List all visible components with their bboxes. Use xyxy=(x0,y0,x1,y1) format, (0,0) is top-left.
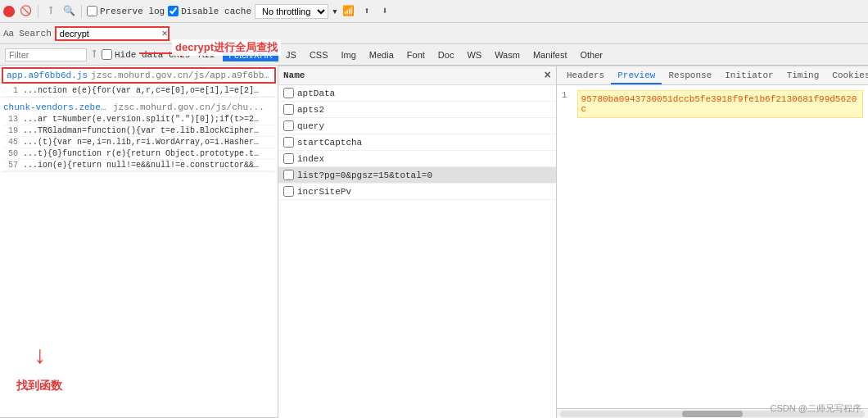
line-num-2-1: 13 xyxy=(3,115,18,124)
type-tab-other[interactable]: Other xyxy=(574,48,608,61)
file-name-2: chunk-vendors.zebedeu0.js xyxy=(3,102,110,112)
req-checkbox-incrsitepv[interactable] xyxy=(283,186,294,197)
type-tab-img[interactable]: Img xyxy=(336,48,362,61)
file-entry-2: chunk-vendors.zebedeu0.js jzsc.mohurd.go… xyxy=(0,101,278,172)
type-tabs: Fetch/XHR JS CSS Img Media Font Doc WS W… xyxy=(223,48,608,61)
req-name-incrsitepv: incrSitePv xyxy=(297,187,551,197)
throttle-select[interactable]: No throttling xyxy=(255,4,328,19)
request-item-list[interactable]: list?pg=0&pgsz=15&total=0 xyxy=(278,167,556,184)
timeline-ruler: 10000 ms 20000 ms 30000 ms 40000 ms 5000… xyxy=(278,66,868,66)
requests-list: Name × aptData apts2 query startC xyxy=(278,66,557,418)
request-item-query[interactable]: query xyxy=(278,118,556,134)
type-tab-js[interactable]: JS xyxy=(280,48,302,61)
type-tab-media[interactable]: Media xyxy=(364,48,400,61)
req-checkbox-index[interactable] xyxy=(283,153,294,164)
req-name-list: list?pg=0&pgsz=15&total=0 xyxy=(297,170,551,180)
type-tab-fetchxhr[interactable]: Fetch/XHR xyxy=(223,48,278,61)
req-checkbox-aptdata[interactable] xyxy=(283,88,294,98)
tab-timing[interactable]: Timing xyxy=(780,68,826,84)
code-line-2-3[interactable]: 45 ...(t){var n=e,i=n.lib,r=i.WordArray,… xyxy=(3,137,274,148)
devtools-toolbar: 🚫 ⊺ 🔍 Preserve log Disable cache No thro… xyxy=(0,0,868,23)
response-value: 95780ba0943730051dccb5fe3918f9fe1b6f2130… xyxy=(577,90,863,118)
font-size-label: Aa xyxy=(3,29,14,39)
type-tab-css[interactable]: CSS xyxy=(304,48,334,61)
line-code-2-1: ...ar t=Number(e.version.split(".")[0]);… xyxy=(23,115,260,124)
filter-funnel-icon[interactable]: ⊺ xyxy=(92,48,97,61)
requests-header-label: Name xyxy=(283,70,305,80)
code-lines-2: 13 ...ar t=Number(e.version.split(".")[0… xyxy=(0,114,278,171)
file-entry-1: app.a9f6bb6d.js jzsc.mohurd.gov.cn/js/ap… xyxy=(0,66,278,98)
type-tab-doc[interactable]: Doc xyxy=(432,48,460,61)
request-item-aptdata[interactable]: aptData xyxy=(278,85,556,102)
request-item-incrsitepv[interactable]: incrSitePv xyxy=(278,184,556,200)
filter-bar: ⊺ Hide data URLs All Fetch/XHR JS CSS Im… xyxy=(0,44,868,66)
filter-input[interactable] xyxy=(5,48,87,61)
request-item-index[interactable]: index xyxy=(278,151,556,167)
code-line-2-1[interactable]: 13 ...ar t=Number(e.version.split(".")[0… xyxy=(3,114,274,125)
divider1 xyxy=(38,5,38,18)
tab-preview[interactable]: Preview xyxy=(611,68,662,84)
req-checkbox-apts2[interactable] xyxy=(283,104,294,115)
type-tab-font[interactable]: Font xyxy=(401,48,431,61)
search-input[interactable] xyxy=(55,26,170,41)
line-code-2-5: ...ion(e){return null!=e&&null!=e.constr… xyxy=(23,161,260,170)
search-clear-icon[interactable]: ✕ xyxy=(162,27,168,39)
tab-cookies[interactable]: Cookies xyxy=(825,68,868,84)
scrollbar-thumb[interactable] xyxy=(682,411,743,417)
detail-panel: Headers Preview Response Initiator Timin… xyxy=(557,66,868,418)
hide-data-urls-checkbox[interactable]: Hide data URLs xyxy=(102,49,190,60)
tab-response[interactable]: Response xyxy=(662,68,718,84)
divider2 xyxy=(81,5,82,18)
search-input-wrapper: ✕ xyxy=(55,26,170,41)
preserve-log-checkbox[interactable]: Preserve log xyxy=(87,6,165,16)
left-panel: app.a9f6bb6d.js jzsc.mohurd.gov.cn/js/ap… xyxy=(0,66,278,418)
file-url-1: jzsc.mohurd.gov.cn/js/app.a9f6bb6d.j xyxy=(91,70,271,80)
request-item-startcaptcha[interactable]: startCaptcha xyxy=(278,134,556,151)
filter-icon[interactable]: ⊺ xyxy=(43,4,58,19)
tab-headers[interactable]: Headers xyxy=(560,68,611,84)
code-line-2-4[interactable]: 50 ...t){0}function r(e){return Object.p… xyxy=(3,148,274,160)
req-name-aptdata: aptData xyxy=(297,89,551,98)
line-num-2-3: 45 xyxy=(3,138,18,147)
req-name-apts2: apts2 xyxy=(297,105,551,115)
requests-close-icon[interactable]: × xyxy=(545,69,551,82)
req-checkbox-startcaptcha[interactable] xyxy=(283,137,294,148)
code-lines-1: 1 ...nction e(e){for(var a,r,c=e[0],o=e[… xyxy=(0,85,278,97)
requests-header: Name × xyxy=(278,66,556,85)
download-icon[interactable]: ⬇ xyxy=(377,4,392,19)
file-row-1[interactable]: app.a9f6bb6d.js jzsc.mohurd.gov.cn/js/ap… xyxy=(2,67,276,84)
code-line-2-5[interactable]: 57 ...ion(e){return null!=e&&null!=e.con… xyxy=(3,160,274,171)
request-item-apts2[interactable]: apts2 xyxy=(278,102,556,118)
search-bar: Aa Search ✕ decrypt进行全局查找 xyxy=(0,23,868,44)
code-line-2-2[interactable]: 19 ...TRGladman=function(){var t=e.lib.B… xyxy=(3,125,274,137)
tab-initiator[interactable]: Initiator xyxy=(718,68,780,84)
line-num-2-5: 57 xyxy=(3,161,18,170)
line-num-2-4: 50 xyxy=(3,149,18,158)
search-label: Search xyxy=(19,29,52,39)
wifi-icon[interactable]: 📶 xyxy=(341,4,356,19)
line-code-1-1: ...nction e(e){for(var a,r,c=e[0],o=e[1]… xyxy=(23,86,260,95)
search-icon[interactable]: 🔍 xyxy=(61,4,76,19)
req-checkbox-list[interactable] xyxy=(283,170,294,180)
right-panel: 10000 ms 20000 ms 30000 ms 40000 ms 5000… xyxy=(278,66,868,418)
response-row: 1 95780ba0943730051dccb5fe3918f9fe1b6f21… xyxy=(562,90,863,118)
throttle-dropdown-icon[interactable]: ▾ xyxy=(332,5,338,18)
type-tab-manifest[interactable]: Manifest xyxy=(527,48,573,61)
req-name-query: query xyxy=(297,121,551,131)
req-name-startcaptcha: startCaptcha xyxy=(297,138,551,148)
line-code-2-3: ...(t){var n=e,i=n.lib,r=i.WordArray,o=i… xyxy=(23,138,260,147)
type-tab-ws[interactable]: WS xyxy=(461,48,487,61)
line-code-2-4: ...t){0}function r(e){return Object.prot… xyxy=(23,149,260,158)
disable-cache-checkbox[interactable]: Disable cache xyxy=(168,6,251,16)
upload-icon[interactable]: ⬆ xyxy=(359,4,374,19)
detail-tabs: Headers Preview Response Initiator Timin… xyxy=(557,66,868,85)
line-code-2-2: ...TRGladman=function(){var t=e.lib.Bloc… xyxy=(23,126,260,135)
code-line-1-1[interactable]: 1 ...nction e(e){for(var a,r,c=e[0],o=e[… xyxy=(3,85,274,97)
file-name-1: app.a9f6bb6d.js xyxy=(7,70,88,80)
type-tab-wasm[interactable]: Wasm xyxy=(489,48,526,61)
file-row-2[interactable]: chunk-vendors.zebedeu0.js jzsc.mohurd.go… xyxy=(0,101,278,114)
clear-icon[interactable]: 🚫 xyxy=(18,4,33,19)
watermark: CSDN @二师兄写程序 xyxy=(771,402,861,415)
req-checkbox-query[interactable] xyxy=(283,120,294,131)
record-button[interactable] xyxy=(3,6,15,17)
